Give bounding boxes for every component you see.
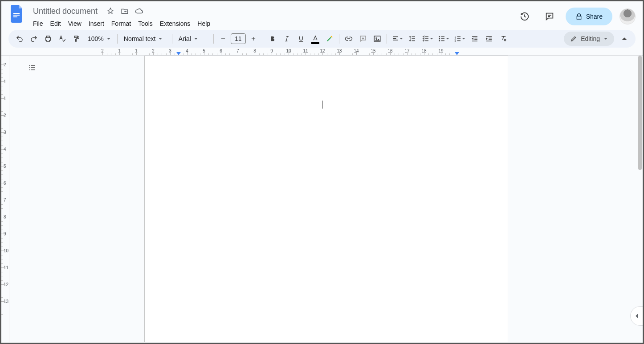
insert-link-button[interactable] <box>342 32 355 45</box>
add-comment-button[interactable] <box>356 32 370 45</box>
menu-view[interactable]: View <box>65 18 85 29</box>
menu-edit[interactable]: Edit <box>47 18 64 29</box>
svg-point-5 <box>439 36 440 37</box>
decrease-font-size-button[interactable] <box>216 32 230 45</box>
share-button[interactable]: Share <box>566 8 612 25</box>
separator <box>117 34 118 44</box>
last-edit-icon[interactable] <box>516 8 534 25</box>
workspace: 2112345678910111213 <box>1 56 643 342</box>
clear-formatting-button[interactable] <box>497 32 510 45</box>
paragraph-style-dropdown[interactable]: Normal text <box>120 32 169 45</box>
text-cursor <box>322 101 322 109</box>
pencil-icon <box>570 35 577 42</box>
svg-text:3: 3 <box>454 40 456 42</box>
spellcheck-button[interactable] <box>56 32 69 45</box>
redo-button[interactable] <box>27 32 41 45</box>
caret-down-icon <box>603 36 608 41</box>
highlight-color-button[interactable] <box>323 32 336 45</box>
lock-icon <box>575 13 583 20</box>
separator <box>172 34 172 44</box>
show-side-panel-button[interactable] <box>630 306 643 326</box>
text-color-button[interactable] <box>309 32 322 45</box>
font-size-input[interactable] <box>231 33 246 44</box>
left-indent-marker[interactable] <box>176 52 181 55</box>
bold-button[interactable] <box>266 32 279 45</box>
hide-menus-button[interactable] <box>618 32 631 45</box>
show-outline-button[interactable] <box>24 60 40 75</box>
caret-down-icon <box>158 36 163 41</box>
decrease-indent-button[interactable] <box>468 32 481 45</box>
horizontal-ruler[interactable]: 2112345678910111213141516171819 <box>1 49 643 56</box>
undo-button[interactable] <box>13 32 26 45</box>
font-value: Arial <box>179 35 191 42</box>
account-avatar[interactable] <box>620 8 636 24</box>
svg-rect-1 <box>13 15 20 16</box>
svg-point-6 <box>439 38 440 40</box>
comments-icon[interactable] <box>541 8 558 25</box>
menu-help[interactable]: Help <box>194 18 213 29</box>
menu-format[interactable]: Format <box>108 18 134 29</box>
underline-button[interactable] <box>294 32 308 45</box>
move-icon[interactable] <box>120 7 129 16</box>
star-icon[interactable] <box>106 7 115 16</box>
caret-down-icon <box>462 37 465 40</box>
svg-rect-0 <box>13 13 20 14</box>
separator <box>213 34 214 44</box>
document-canvas[interactable] <box>9 56 643 342</box>
style-value: Normal text <box>124 35 156 42</box>
font-family-dropdown[interactable]: Arial <box>175 32 211 45</box>
line-spacing-button[interactable] <box>406 32 419 45</box>
caret-down-icon <box>399 37 403 40</box>
editing-mode-dropdown[interactable]: Editing <box>564 32 614 46</box>
mode-label: Editing <box>581 35 600 42</box>
print-button[interactable] <box>41 32 55 45</box>
vertical-ruler[interactable]: 2112345678910111213 <box>1 56 9 342</box>
menubar: File Edit View Insert Format Tools Exten… <box>30 18 213 29</box>
separator <box>339 34 339 44</box>
svg-point-4 <box>375 37 377 39</box>
insert-image-button[interactable] <box>371 32 384 45</box>
menu-tools[interactable]: Tools <box>135 18 156 29</box>
bulleted-list-dropdown[interactable] <box>436 32 451 45</box>
caret-down-icon <box>430 37 433 40</box>
align-dropdown[interactable] <box>390 32 405 45</box>
svg-point-7 <box>439 40 440 41</box>
checklist-dropdown[interactable] <box>420 32 435 45</box>
share-label: Share <box>586 13 603 20</box>
document-title-input[interactable]: Untitled document <box>30 6 101 17</box>
menu-extensions[interactable]: Extensions <box>157 18 193 29</box>
zoom-dropdown[interactable]: 100% <box>84 32 114 45</box>
toolbar: 100% Normal text Arial <box>8 30 636 48</box>
separator <box>387 34 387 44</box>
increase-font-size-button[interactable] <box>247 32 260 45</box>
app-header: Untitled document File Edit View Insert … <box>1 1 643 30</box>
scrollbar-thumb[interactable] <box>638 56 642 170</box>
cloud-status-icon[interactable] <box>135 7 143 16</box>
menu-file[interactable]: File <box>30 18 46 29</box>
numbered-list-dropdown[interactable]: 123 <box>452 32 467 45</box>
docs-logo[interactable] <box>8 5 26 23</box>
caret-down-icon <box>106 36 111 41</box>
zoom-value: 100% <box>88 35 104 42</box>
menu-insert[interactable]: Insert <box>86 18 107 29</box>
caret-down-icon <box>194 36 198 41</box>
italic-button[interactable] <box>280 32 293 45</box>
increase-indent-button[interactable] <box>482 32 496 45</box>
svg-rect-2 <box>13 16 17 17</box>
caret-down-icon <box>446 37 449 40</box>
vertical-scrollbar[interactable] <box>637 56 643 342</box>
right-indent-marker[interactable] <box>455 52 459 55</box>
paint-format-button[interactable] <box>70 32 83 45</box>
document-page[interactable] <box>144 56 508 342</box>
separator <box>263 34 263 44</box>
